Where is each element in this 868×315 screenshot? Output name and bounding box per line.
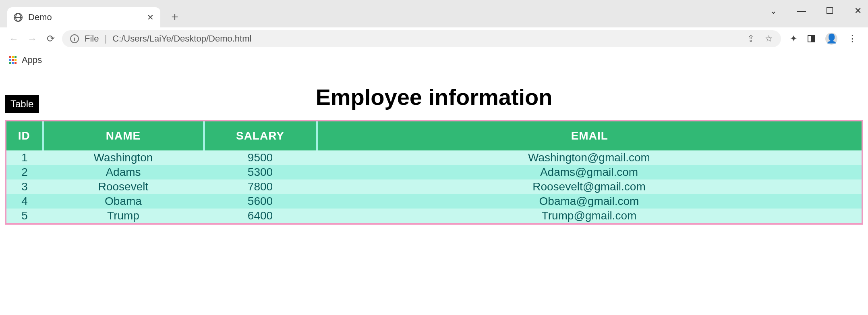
employee-table-container: ID NAME SALARY EMAIL 1 Washington 9500 W… — [5, 120, 863, 225]
bookmark-star-icon[interactable]: ☆ — [765, 33, 773, 44]
cell-name: Washington — [43, 150, 204, 165]
table-row: 1 Washington 9500 Washington@gmail.com — [6, 150, 862, 165]
bookmarks-bar: Apps — [0, 50, 868, 70]
cell-name: Roosevelt — [43, 179, 204, 194]
tab-strip: Demo ✕ + ⌄ — ☐ ✕ — [0, 0, 868, 27]
col-header-email: EMAIL — [317, 121, 862, 150]
cell-name: Adams — [43, 165, 204, 179]
apps-label[interactable]: Apps — [22, 55, 42, 65]
table-header-row: ID NAME SALARY EMAIL — [6, 121, 862, 150]
cell-id: 3 — [6, 179, 43, 194]
profile-avatar[interactable]: 👤 — [825, 33, 837, 45]
globe-icon — [14, 13, 23, 22]
forward-button[interactable]: → — [25, 31, 39, 46]
dropdown-icon[interactable]: ⌄ — [768, 6, 779, 16]
toolbar-right: ✦ 👤 ⋮ — [785, 33, 862, 45]
cell-id: 2 — [6, 165, 43, 179]
reload-button[interactable]: ⟳ — [44, 31, 58, 46]
cell-id: 5 — [6, 209, 43, 223]
col-header-name: NAME — [43, 121, 204, 150]
address-bar[interactable]: i File | C:/Users/LaiYe/Desktop/Demo.htm… — [62, 30, 781, 47]
browser-tab[interactable]: Demo ✕ — [7, 7, 160, 27]
cell-salary: 6400 — [204, 209, 317, 223]
table-row: 4 Obama 5600 Obama@gmail.com — [6, 194, 862, 209]
close-window-button[interactable]: ✕ — [853, 6, 863, 16]
cell-id: 1 — [6, 150, 43, 165]
share-icon[interactable]: ⇪ — [747, 33, 754, 44]
table-row: 5 Trump 6400 Trump@gmail.com — [6, 209, 862, 223]
close-tab-icon[interactable]: ✕ — [147, 13, 154, 22]
apps-icon[interactable] — [9, 56, 17, 64]
site-info-icon[interactable]: i — [70, 34, 79, 43]
side-panel-icon[interactable] — [808, 35, 815, 42]
table-row: 2 Adams 5300 Adams@gmail.com — [6, 165, 862, 179]
window-controls: ⌄ — ☐ ✕ — [768, 6, 863, 16]
table-row: 3 Roosevelt 7800 Roosevelt@gmail.com — [6, 179, 862, 194]
cell-email: Trump@gmail.com — [317, 209, 862, 223]
extensions-icon[interactable]: ✦ — [790, 33, 797, 44]
employee-table: ID NAME SALARY EMAIL 1 Washington 9500 W… — [6, 121, 862, 223]
address-path: C:/Users/LaiYe/Desktop/Demo.html — [112, 33, 251, 44]
cell-email: Adams@gmail.com — [317, 165, 862, 179]
toolbar: ← → ⟳ i File | C:/Users/LaiYe/Desktop/De… — [0, 27, 868, 50]
cell-email: Obama@gmail.com — [317, 194, 862, 209]
col-header-id: ID — [6, 121, 43, 150]
menu-icon[interactable]: ⋮ — [848, 33, 857, 44]
page-content: Employee information Table ID NAME SALAR… — [0, 70, 868, 225]
new-tab-button[interactable]: + — [166, 8, 184, 26]
address-scheme: File — [85, 33, 99, 44]
cell-salary: 5600 — [204, 194, 317, 209]
cell-name: Trump — [43, 209, 204, 223]
cell-id: 4 — [6, 194, 43, 209]
cell-email: Washington@gmail.com — [317, 150, 862, 165]
cell-salary: 9500 — [204, 150, 317, 165]
back-button[interactable]: ← — [6, 31, 21, 46]
table-caption: Table — [5, 95, 39, 113]
cell-salary: 5300 — [204, 165, 317, 179]
table-body: 1 Washington 9500 Washington@gmail.com 2… — [6, 150, 862, 223]
cell-name: Obama — [43, 194, 204, 209]
maximize-button[interactable]: ☐ — [824, 6, 835, 16]
col-header-salary: SALARY — [204, 121, 317, 150]
address-separator: | — [104, 33, 107, 44]
page-title: Employee information — [0, 84, 868, 110]
minimize-button[interactable]: — — [796, 6, 807, 16]
cell-salary: 7800 — [204, 179, 317, 194]
cell-email: Roosevelt@gmail.com — [317, 179, 862, 194]
tab-title: Demo — [28, 12, 141, 23]
